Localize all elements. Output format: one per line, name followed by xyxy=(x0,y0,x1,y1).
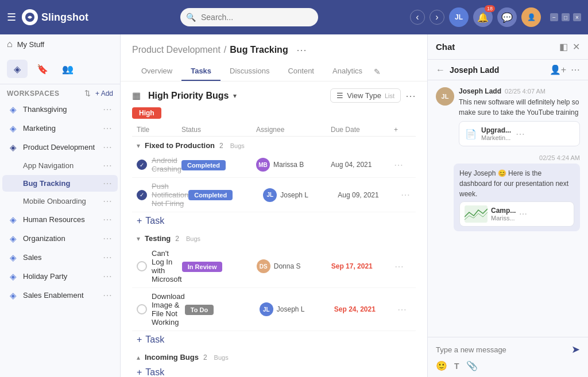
attachment-inline-more-icon[interactable]: ⋯ xyxy=(519,209,527,219)
chat-close-icon[interactable]: ✕ xyxy=(572,41,580,52)
chat-input[interactable] xyxy=(436,345,567,354)
tab-overview[interactable]: Overview xyxy=(132,62,181,81)
messages-button[interactable]: 💬 xyxy=(497,7,517,27)
sidebar-item-human-resources[interactable]: ◈ Human Resources ⋯ xyxy=(2,211,118,228)
row-more-icon[interactable]: ⋯ xyxy=(397,304,415,315)
subitem-more-icon[interactable]: ⋯ xyxy=(103,160,112,171)
group-name: Fixed to Production xyxy=(145,141,215,150)
board-icon: ▦ xyxy=(132,90,144,102)
task-checkbox[interactable]: ✓ xyxy=(137,190,147,200)
workspaces-icon-btn[interactable]: ◈ xyxy=(7,60,28,78)
row-more-icon[interactable]: ⋯ xyxy=(401,189,418,200)
group-toggle[interactable]: ▾ xyxy=(137,142,140,150)
sort-icon[interactable]: ⇅ xyxy=(84,89,91,98)
my-stuff-item[interactable]: ⌂ My Stuff xyxy=(0,34,120,54)
emoji-button[interactable]: 🙂 xyxy=(436,360,447,371)
attachment-more-icon[interactable]: ⋯ xyxy=(516,129,525,139)
menu-icon[interactable]: ☰ xyxy=(7,11,16,24)
workspace-more-icon[interactable]: ⋯ xyxy=(103,123,112,134)
chat-attachment[interactable]: 📄 Upgrad... Marketin... ⋯ xyxy=(459,121,580,146)
bookmarks-icon-btn[interactable]: 🔖 xyxy=(32,60,53,78)
breadcrumb: Product Development / Bug Tracking ⋯ xyxy=(132,44,416,56)
chat-input-area: ➤ 🙂 T 📎 xyxy=(428,337,588,377)
subitem-more-icon[interactable]: ⋯ xyxy=(103,196,112,207)
status-badge: To Do xyxy=(185,305,214,315)
sidebar-item-holiday-party[interactable]: ◈ Holiday Party ⋯ xyxy=(2,267,118,285)
assignee-avatar: MB xyxy=(256,158,270,172)
add-task-button-2[interactable]: + Task xyxy=(132,331,416,348)
workspace-more-icon[interactable]: ⋯ xyxy=(103,142,112,153)
task-status-cell: In Review xyxy=(182,261,257,272)
task-name: Android Crashing xyxy=(152,156,181,173)
breadcrumb-current: Bug Tracking xyxy=(230,45,288,55)
members-icon-btn[interactable]: 👥 xyxy=(57,60,78,78)
tab-discussions[interactable]: Discussions xyxy=(220,62,278,81)
workspace-more-icon[interactable]: ⋯ xyxy=(103,233,112,244)
group-toggle[interactable]: ▾ xyxy=(137,235,140,243)
sidebar-item-sales-enablement[interactable]: ◈ Sales Enablement ⋯ xyxy=(2,286,118,304)
chat-panel: Chat ◧ ✕ ← Joseph Ladd 👤+ ⋯ JL Joseph La… xyxy=(427,34,588,377)
text-format-button[interactable]: T xyxy=(454,362,459,371)
sidebar-subitem-bug-tracking[interactable]: Bug Tracking ⋯ xyxy=(2,175,118,192)
chat-toggle-icon[interactable]: ◧ xyxy=(559,41,568,52)
tab-edit-icon[interactable]: ✎ xyxy=(374,67,381,76)
page-more-icon[interactable]: ⋯ xyxy=(296,44,307,56)
col-add-icon[interactable]: + xyxy=(394,126,411,134)
add-task-button-1[interactable]: + Task xyxy=(132,212,416,230)
workspace-more-icon[interactable]: ⋯ xyxy=(103,252,112,263)
chat-send-button[interactable]: ➤ xyxy=(571,343,580,356)
attachment-button[interactable]: 📎 xyxy=(466,360,478,371)
nav-back-button[interactable]: ‹ xyxy=(410,10,425,25)
chat-attachment-inline[interactable]: Camp... Mariss... ⋯ xyxy=(459,201,574,227)
search-input[interactable] xyxy=(180,8,318,26)
tab-analytics[interactable]: Analytics xyxy=(323,62,372,81)
tab-content[interactable]: Content xyxy=(278,62,323,81)
minimize-button[interactable]: − xyxy=(550,13,558,21)
row-more-icon[interactable]: ⋯ xyxy=(394,261,412,272)
close-button[interactable]: × xyxy=(573,13,581,21)
attachment-icon: 📄 xyxy=(465,129,477,139)
sidebar-subitem-mobile-onboarding[interactable]: Mobile Onboarding ⋯ xyxy=(2,193,118,209)
chat-messages: JL Joseph Ladd 02/25 4:07 AM This new so… xyxy=(428,80,588,337)
workspace-label: Marketing xyxy=(23,124,98,133)
main-layout: ⌂ My Stuff ◈ 🔖 👥 Workspaces ⇅ + Add ◈ Th… xyxy=(0,34,588,377)
row-more-icon[interactable]: ⋯ xyxy=(394,160,411,170)
tab-tasks[interactable]: Tasks xyxy=(181,62,220,81)
view-type-button[interactable]: ☰ View Type List xyxy=(330,88,401,103)
workspace-label: Product Development xyxy=(23,143,98,151)
sidebar-item-marketing[interactable]: ◈ Marketing ⋯ xyxy=(2,119,118,137)
workspace-more-icon[interactable]: ⋯ xyxy=(103,271,112,282)
due-date: Sep 17, 2021 xyxy=(331,262,394,270)
task-more-icon[interactable]: ⋯ xyxy=(405,90,416,102)
chat-back-icon[interactable]: ← xyxy=(436,65,445,75)
workspace-more-icon[interactable]: ⋯ xyxy=(103,290,112,301)
user-avatar-1[interactable]: JL xyxy=(449,7,469,27)
add-task-button-3[interactable]: + Task xyxy=(132,364,416,377)
task-checkbox[interactable] xyxy=(137,261,147,271)
sidebar-item-product-development[interactable]: ◈ Product Development ⋯ xyxy=(2,138,118,156)
task-status-cell: Completed xyxy=(181,160,256,170)
sidebar-item-organization[interactable]: ◈ Organization ⋯ xyxy=(2,230,118,247)
logo-icon xyxy=(22,9,38,25)
chat-user-more-icon[interactable]: ⋯ xyxy=(571,64,580,75)
due-date: Sep 24, 2021 xyxy=(334,305,397,313)
user-avatar-main[interactable]: 👤 xyxy=(521,7,541,27)
chat-subheader: ← Joseph Ladd 👤+ ⋯ xyxy=(428,60,588,80)
add-workspace-button[interactable]: + Add xyxy=(95,90,113,98)
task-checkbox[interactable]: ✓ xyxy=(137,160,147,170)
workspace-more-icon[interactable]: ⋯ xyxy=(103,104,112,115)
sidebar-item-sales[interactable]: ◈ Sales ⋯ xyxy=(2,248,118,266)
task-checkbox[interactable] xyxy=(137,304,147,314)
sidebar-subitem-app-navigation[interactable]: App Navigation ⋯ xyxy=(2,157,118,174)
assignee-avatar: JL xyxy=(263,188,277,202)
subitem-more-icon[interactable]: ⋯ xyxy=(103,178,112,189)
board-title-chevron[interactable]: ▾ xyxy=(233,92,237,100)
workspace-more-icon[interactable]: ⋯ xyxy=(103,214,112,225)
sidebar-item-thanksgiving[interactable]: ◈ Thanksgiving ⋯ xyxy=(2,100,118,118)
task-name-cell: Download Image & File Not Working xyxy=(137,292,185,327)
workspace-icon: ◈ xyxy=(8,234,18,244)
chat-add-user-icon[interactable]: 👤+ xyxy=(550,64,566,75)
group-toggle[interactable]: ▴ xyxy=(137,353,140,362)
restore-button[interactable]: □ xyxy=(562,13,570,21)
nav-forward-button[interactable]: › xyxy=(430,10,444,25)
